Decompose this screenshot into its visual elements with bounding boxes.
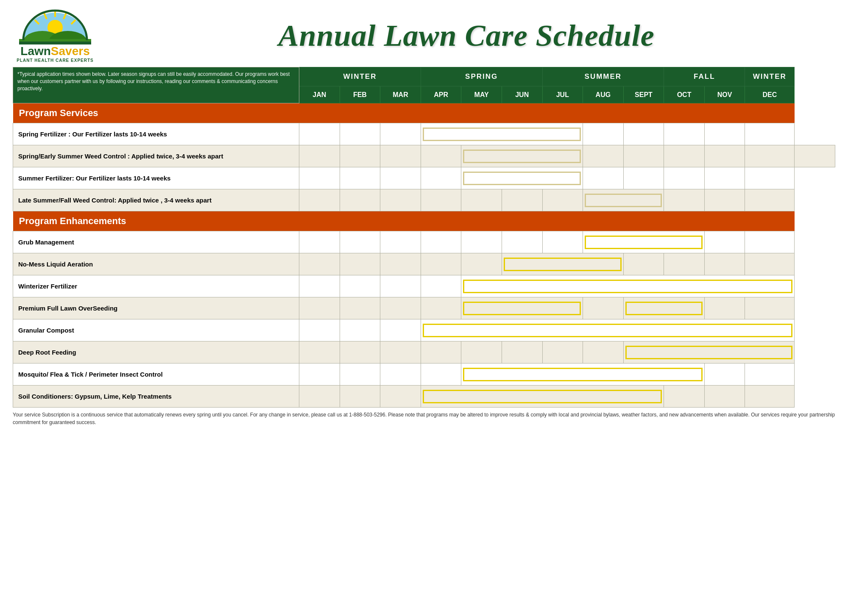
service-row-deep-root: Deep Root Feeding — [13, 341, 835, 363]
logo-tagline: PLANT HEALTH CARE EXPERTS — [17, 58, 94, 63]
cell-grub-jan — [299, 231, 340, 253]
cell-aer-may — [461, 253, 502, 275]
footer-text: Your service Subscription is a continuou… — [13, 411, 835, 426]
cell-wint-apr — [421, 275, 461, 297]
page-header: LawnSavers PLANT HEALTH CARE EXPERTS Ann… — [13, 8, 835, 63]
month-sept: SEPT — [623, 86, 664, 103]
logo-savers: Savers — [51, 44, 90, 58]
service-row-spring-fertilizer: Spring Fertilizer : Our Fertilizer lasts… — [13, 123, 835, 145]
cell-os-apr — [421, 297, 461, 319]
cell-spring-fert-bar — [421, 123, 583, 145]
cell-fw-jul — [542, 189, 583, 211]
service-row-compost: Granular Compost — [13, 319, 835, 341]
cell-grub-jul — [542, 231, 583, 253]
cell-aer-dec — [745, 253, 795, 275]
cell-spring-fert-nov — [704, 123, 745, 145]
section-program-enhancements: Program Enhancements — [13, 211, 835, 231]
section-enhancements-label: Program Enhancements — [13, 211, 795, 231]
month-jun: JUN — [502, 86, 542, 103]
cell-dr-may — [461, 341, 502, 363]
cell-gc-feb — [340, 319, 380, 341]
service-row-fall-weed: Late Summer/Fall Weed Control: Applied t… — [13, 189, 835, 211]
cell-mo-jan — [299, 363, 340, 386]
service-name-aeration: No-Mess Liquid Aeration — [13, 253, 299, 275]
season-fall: FALL — [664, 67, 745, 86]
notes-cell: *Typical application times shown below. … — [13, 67, 299, 103]
cell-sf-apr — [421, 167, 461, 189]
cell-sc-mar — [380, 386, 421, 408]
cell-aer-feb — [340, 253, 380, 275]
cell-os-aug — [583, 297, 624, 319]
cell-spring-fert-feb — [340, 123, 380, 145]
service-name-soil: Soil Conditioners: Gypsum, Lime, Kelp Tr… — [13, 386, 299, 408]
cell-sw-mar — [380, 145, 421, 167]
service-row-spring-weed: Spring/Early Summer Weed Control : Appli… — [13, 145, 835, 167]
service-row-winterizer: Winterizer Fertilizer — [13, 275, 835, 297]
service-row-overseeding: Premium Full Lawn OverSeeding — [13, 297, 835, 319]
cell-grub-nov — [704, 231, 745, 253]
cell-sf-aug — [583, 167, 624, 189]
month-feb: FEB — [340, 86, 380, 103]
cell-sw-jul — [583, 145, 624, 167]
section-program-services: Program Services — [13, 103, 835, 123]
cell-sf-sept — [623, 167, 664, 189]
month-nov: NOV — [704, 86, 745, 103]
schedule-table: *Typical application times shown below. … — [13, 67, 835, 408]
cell-fw-mar — [380, 189, 421, 211]
cell-grub-mar — [380, 231, 421, 253]
cell-mo-mar — [380, 363, 421, 386]
cell-sw-sept — [664, 145, 705, 167]
cell-dr-bar — [623, 341, 795, 363]
cell-aer-nov — [704, 253, 745, 275]
cell-os-nov — [704, 297, 745, 319]
cell-mo-apr — [421, 363, 461, 386]
cell-fw-oct — [664, 189, 705, 211]
cell-sf-feb — [340, 167, 380, 189]
service-row-grub: Grub Management — [13, 231, 835, 253]
cell-os-feb — [340, 297, 380, 319]
logo-icon — [19, 8, 91, 44]
service-row-aeration: No-Mess Liquid Aeration — [13, 253, 835, 275]
cell-spring-fert-mar — [380, 123, 421, 145]
cell-os-dec — [745, 297, 795, 319]
cell-gc-jan — [299, 319, 340, 341]
cell-dr-jun — [502, 341, 542, 363]
cell-sf-jan — [299, 167, 340, 189]
cell-sw-apr — [421, 145, 461, 167]
cell-sc-jan — [299, 386, 340, 408]
month-aug: AUG — [583, 86, 624, 103]
cell-dr-jan — [299, 341, 340, 363]
cell-sw-jan — [299, 145, 340, 167]
cell-wint-mar — [380, 275, 421, 297]
cell-dr-jul — [542, 341, 583, 363]
service-name-summer-fert: Summer Fertilizer: Our Fertilizer lasts … — [13, 167, 299, 189]
month-jul: JUL — [542, 86, 583, 103]
cell-wint-feb — [340, 275, 380, 297]
cell-spring-fert-jan — [299, 123, 340, 145]
cell-gc-bar — [421, 319, 795, 341]
cell-sf-nov — [704, 167, 745, 189]
cell-fw-nov — [704, 189, 745, 211]
cell-sw-nov — [745, 145, 795, 167]
service-name-grub: Grub Management — [13, 231, 299, 253]
cell-fw-may — [461, 189, 502, 211]
cell-sf-oct — [664, 167, 705, 189]
service-name-spring-weed: Spring/Early Summer Weed Control : Appli… — [13, 145, 299, 167]
season-spring: SPRING — [421, 67, 542, 86]
cell-fw-feb — [340, 189, 380, 211]
cell-aer-oct — [664, 253, 705, 275]
logo: LawnSavers PLANT HEALTH CARE EXPERTS — [13, 8, 98, 63]
service-name-mosquito: Mosquito/ Flea & Tick / Perimeter Insect… — [13, 363, 299, 386]
cell-sw-dec — [795, 145, 835, 167]
cell-fw-jun — [502, 189, 542, 211]
service-name-winterizer: Winterizer Fertilizer — [13, 275, 299, 297]
cell-sc-dec — [745, 386, 795, 408]
cell-mo-bar — [461, 363, 704, 386]
cell-grub-feb — [340, 231, 380, 253]
season-summer: SUMMER — [542, 67, 664, 86]
cell-sw-oct — [704, 145, 745, 167]
service-name-compost: Granular Compost — [13, 319, 299, 341]
service-name-spring-fert: Spring Fertilizer : Our Fertilizer lasts… — [13, 123, 299, 145]
service-name-fall-weed: Late Summer/Fall Weed Control: Applied t… — [13, 189, 299, 211]
notes-text: *Typical application times shown below. … — [17, 71, 290, 92]
